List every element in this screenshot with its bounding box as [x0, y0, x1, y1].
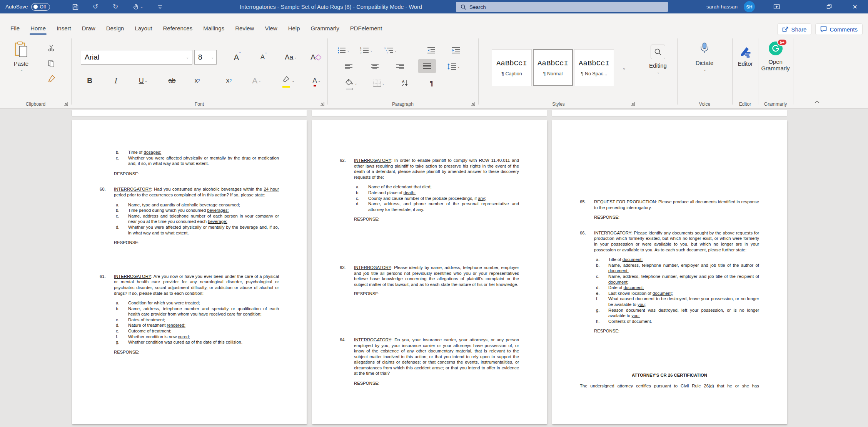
font-dialog-launcher-icon[interactable]	[320, 102, 324, 106]
minimize-icon[interactable]: ─	[790, 0, 816, 13]
styles-group: ⌄ Styles AaBbCcI¶ CaptionAaBbCcI¶ Normal…	[478, 36, 639, 109]
align-center-button[interactable]	[367, 61, 382, 72]
editor-button[interactable]: Editor	[734, 45, 756, 67]
font-name-select[interactable]: Arial ⌄	[81, 50, 192, 65]
tab-view[interactable]: View	[259, 20, 282, 36]
doc-interrogatory-item: 66.INTERROGATORY: Please identify any do…	[580, 230, 759, 253]
search-input[interactable]: Search	[456, 2, 668, 12]
restore-icon[interactable]	[816, 0, 842, 13]
undo-icon[interactable]: ↺	[91, 3, 100, 11]
clear-formatting-button[interactable]: A	[307, 50, 324, 65]
tab-grammarly[interactable]: Grammarly	[305, 20, 345, 36]
tab-draw[interactable]: Draw	[77, 20, 101, 36]
grammarly-badge: 5+	[777, 39, 787, 46]
microphone-icon	[699, 42, 709, 54]
strikethrough-button[interactable]: ab	[163, 73, 181, 89]
tab-help[interactable]: Help	[283, 20, 305, 36]
bold-button[interactable]: B	[82, 73, 97, 89]
customize-qat-icon[interactable]	[156, 3, 164, 11]
align-right-button[interactable]	[393, 61, 407, 72]
doc-sub-item: f.What caused document to be destroyed, …	[596, 296, 759, 307]
clear-formatting-label: A	[310, 53, 315, 61]
change-case-button[interactable]: Aa⌄	[279, 50, 303, 65]
borders-button[interactable]: ⌄	[369, 78, 389, 89]
tab-review[interactable]: Review	[230, 20, 259, 36]
document-canvas[interactable]: b.Time of dosages;c.Whether you were aff…	[0, 109, 868, 427]
font-color-button[interactable]: A ⌄	[308, 73, 325, 89]
sort-button[interactable]: A Z	[397, 78, 413, 89]
style-card-2[interactable]: AaBbCcI¶ No Spac...	[574, 49, 614, 86]
tab-home[interactable]: Home	[25, 20, 51, 36]
autosave-toggle[interactable]: Off	[31, 3, 50, 11]
clipboard-dialog-launcher-icon[interactable]	[64, 102, 68, 106]
styles-dialog-launcher-icon[interactable]	[631, 102, 635, 106]
open-grammarly-button[interactable]: 5+ Open Grammarly	[761, 42, 790, 71]
doc-sub-item: a.Name, type and quantity of alcoholic b…	[116, 202, 279, 208]
shrink-font-label: A	[260, 53, 265, 61]
save-icon[interactable]	[71, 3, 80, 11]
user-name[interactable]: sarah hassan	[706, 4, 738, 10]
tab-pdfelement[interactable]: PDFelement	[345, 20, 387, 36]
align-left-button[interactable]	[341, 61, 356, 72]
ribbon-display-options-icon[interactable]	[763, 0, 790, 13]
avatar[interactable]: SH	[744, 1, 755, 12]
subscript-button[interactable]: x2	[189, 73, 206, 89]
doc-sub-letter: c.	[116, 317, 128, 323]
cut-icon[interactable]	[45, 43, 57, 53]
document-page-2[interactable]: 62.INTERROGATORY: In order to enable pla…	[312, 120, 547, 424]
document-page-3[interactable]: 65.REQUEST FOR PRODUCTION: Please produc…	[552, 120, 787, 424]
copy-icon[interactable]	[45, 58, 57, 68]
tab-references[interactable]: References	[157, 20, 198, 36]
document-page-1[interactable]: b.Time of dosages;c.Whether you were aff…	[72, 120, 307, 424]
increase-indent-button[interactable]	[449, 45, 463, 56]
justify-button[interactable]	[418, 59, 436, 73]
bullets-button[interactable]: ⌄	[335, 45, 352, 56]
line-spacing-button[interactable]: ⌄	[443, 61, 464, 72]
share-button[interactable]: Share	[777, 23, 811, 35]
close-icon[interactable]: ✕	[842, 0, 868, 13]
redo-icon[interactable]: ↻	[111, 3, 120, 11]
doc-gap	[340, 287, 519, 291]
show-hide-pilcrow-button[interactable]: ¶	[424, 78, 439, 89]
clipboard-group: Paste ⌄ Clipboard	[0, 36, 71, 109]
highlight-button[interactable]: ⌄	[276, 73, 300, 89]
touch-mode-icon[interactable]: ⌄	[131, 3, 144, 11]
tab-mailings[interactable]: Mailings	[198, 20, 230, 36]
shrink-font-button[interactable]: Aˇ	[255, 50, 272, 65]
comments-button[interactable]: Comments	[815, 23, 863, 35]
superscript-button[interactable]: x2	[220, 73, 237, 89]
font-size-select[interactable]: 8 ⌄	[194, 50, 217, 65]
paragraph-dialog-launcher-icon[interactable]	[471, 102, 475, 106]
tab-layout[interactable]: Layout	[129, 20, 157, 36]
tab-design[interactable]: Design	[101, 20, 130, 36]
styles-gallery-chevron-icon[interactable]: ⌄	[616, 62, 631, 74]
font-size-chevron-icon: ⌄	[211, 55, 214, 59]
doc-gap	[580, 334, 759, 372]
tab-file[interactable]: File	[5, 20, 25, 36]
doc-sub-item: e.Last known location of document;	[596, 291, 759, 296]
format-painter-icon[interactable]	[45, 74, 57, 84]
editing-button[interactable]: Editing ⌄	[646, 45, 670, 74]
style-card-0[interactable]: AaBbCcI¶ Caption	[492, 49, 532, 86]
grow-font-button[interactable]: Aˆ	[229, 50, 246, 65]
shading-button[interactable]: ⌄	[341, 78, 361, 89]
doc-gap	[340, 212, 519, 216]
page-bottom-strip	[72, 110, 307, 116]
superscript-base: x	[226, 77, 230, 85]
voice-group: Dictate ⌄ Voice	[677, 36, 732, 109]
numbering-button[interactable]: 123 ⌄	[357, 45, 375, 56]
tab-insert[interactable]: Insert	[51, 20, 77, 36]
decrease-indent-button[interactable]	[424, 45, 438, 56]
multilevel-list-button[interactable]: 1ai ⌄	[381, 45, 400, 56]
italic-button[interactable]: I	[108, 73, 124, 89]
text-effects-button[interactable]: A⌄	[245, 73, 268, 89]
paste-label: Paste	[14, 60, 28, 67]
collapse-ribbon-icon[interactable]	[811, 98, 823, 106]
underline-button[interactable]: U⌄	[132, 73, 154, 89]
paste-button[interactable]: Paste ⌄	[9, 42, 33, 72]
search-icon	[461, 4, 466, 10]
dictate-label: Dictate	[694, 57, 715, 66]
dictate-button[interactable]: Dictate ⌄	[692, 42, 717, 71]
style-card-1[interactable]: AaBbCcI¶ Normal	[533, 49, 573, 86]
doc-sub-letter: a.	[596, 257, 608, 263]
